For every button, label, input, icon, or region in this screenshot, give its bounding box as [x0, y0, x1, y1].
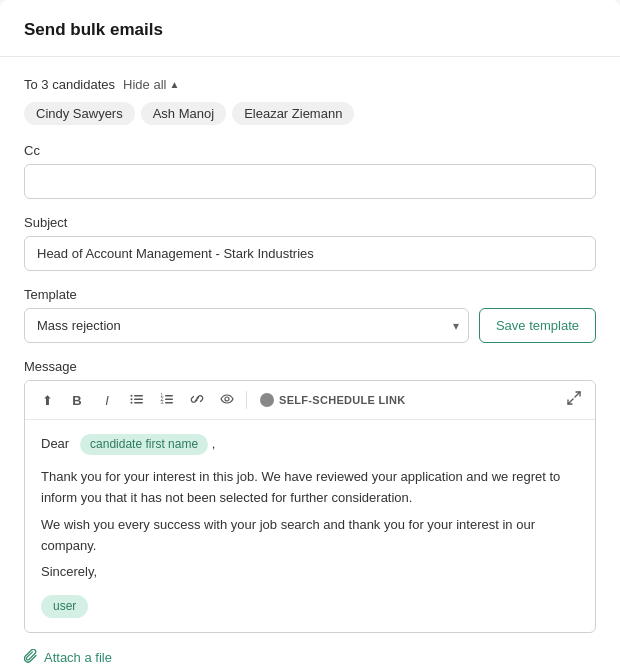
- hide-all-button[interactable]: Hide all ▲: [123, 77, 179, 92]
- user-chip[interactable]: user: [41, 595, 88, 618]
- template-label: Template: [24, 287, 596, 302]
- svg-point-3: [131, 394, 133, 396]
- svg-point-4: [131, 398, 133, 400]
- cc-input[interactable]: [24, 164, 596, 199]
- svg-rect-1: [134, 398, 143, 400]
- message-body-line2: We wish you every success with your job …: [41, 515, 579, 557]
- message-body[interactable]: Dear candidate first name , Thank you fo…: [25, 420, 595, 632]
- svg-rect-2: [134, 402, 143, 404]
- self-schedule-button[interactable]: SELF-SCHEDULE LINK: [252, 389, 413, 411]
- candidate-tag-1: Cindy Sawyers: [24, 102, 135, 125]
- subject-input[interactable]: [24, 236, 596, 271]
- bold-icon: B: [72, 393, 81, 408]
- self-schedule-icon: [260, 393, 274, 407]
- attach-file-button[interactable]: Attach a file: [24, 649, 112, 666]
- eye-icon: [220, 392, 234, 409]
- expand-icon: [567, 391, 581, 408]
- subject-label: Subject: [24, 215, 596, 230]
- template-select-wrapper: Mass rejection Interview invitation Offe…: [24, 308, 469, 343]
- bold-button[interactable]: B: [63, 389, 91, 412]
- template-select[interactable]: Mass rejection Interview invitation Offe…: [24, 308, 469, 343]
- dear-line: Dear candidate first name ,: [41, 434, 579, 455]
- link-button[interactable]: [183, 388, 211, 413]
- candidate-tag-3: Eleazar Ziemann: [232, 102, 354, 125]
- svg-point-12: [225, 397, 229, 401]
- numbered-list-icon: 1. 2. 3.: [160, 392, 174, 409]
- svg-point-5: [131, 401, 133, 403]
- page-title: Send bulk emails: [24, 20, 596, 40]
- svg-rect-7: [165, 398, 173, 400]
- svg-rect-6: [165, 395, 173, 397]
- upload-icon: ⬆: [42, 393, 53, 408]
- template-field-section: Template Mass rejection Interview invita…: [24, 287, 596, 343]
- hide-all-label: Hide all: [123, 77, 166, 92]
- expand-button[interactable]: [561, 387, 587, 413]
- svg-rect-8: [165, 402, 173, 404]
- sincerely-text: Sincerely,: [41, 562, 579, 583]
- paperclip-icon: [24, 649, 38, 666]
- numbered-list-button[interactable]: 1. 2. 3.: [153, 388, 181, 413]
- subject-field-section: Subject: [24, 215, 596, 271]
- candidates-count: To 3 candidates: [24, 77, 115, 92]
- save-template-button[interactable]: Save template: [479, 308, 596, 343]
- message-editor: ⬆ B I: [24, 380, 596, 633]
- dear-text: Dear: [41, 436, 69, 451]
- svg-rect-0: [134, 395, 143, 397]
- toolbar-divider: [246, 391, 247, 409]
- link-icon: [190, 392, 204, 409]
- attach-file-label: Attach a file: [44, 650, 112, 665]
- cc-label: Cc: [24, 143, 596, 158]
- message-field-section: Message ⬆ B I: [24, 359, 596, 633]
- bullet-list-button[interactable]: [123, 388, 151, 413]
- self-schedule-label: SELF-SCHEDULE LINK: [279, 394, 405, 406]
- svg-text:3.: 3.: [161, 400, 165, 405]
- upload-button[interactable]: ⬆: [33, 389, 61, 412]
- italic-button[interactable]: I: [93, 389, 121, 412]
- cc-field-section: Cc: [24, 143, 596, 199]
- message-body-line1: Thank you for your interest in this job.…: [41, 467, 579, 509]
- candidate-tag-2: Ash Manoj: [141, 102, 226, 125]
- chevron-up-icon: ▲: [169, 79, 179, 90]
- bullet-list-icon: [130, 392, 144, 409]
- message-label: Message: [24, 359, 596, 374]
- message-toolbar: ⬆ B I: [25, 381, 595, 420]
- candidates-tags: Cindy Sawyers Ash Manoj Eleazar Ziemann: [24, 102, 596, 125]
- italic-icon: I: [105, 393, 109, 408]
- candidate-first-name-chip[interactable]: candidate first name: [80, 434, 208, 455]
- preview-button[interactable]: [213, 388, 241, 413]
- comma: ,: [212, 436, 216, 451]
